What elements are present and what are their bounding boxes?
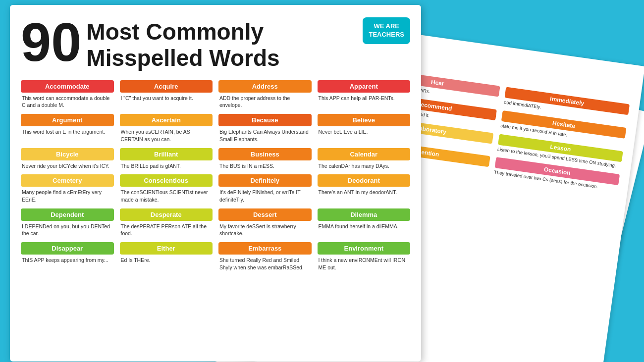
word-desc: My favorite deSSert is strawberry shortc… [218,223,312,237]
word-label: Dilemma [318,208,411,221]
word-card: DefinitelyIt's deFINitely FINished, or w… [218,174,312,203]
word-card: DessertMy favorite deSSert is strawberry… [218,208,312,237]
word-label: Acquire [120,80,213,93]
word-desc: ThIS APP keeps appearing from my... [21,257,114,264]
word-label: Bicycle [21,148,114,160]
words-grid: AccommodateThis word can accommodate a d… [21,80,410,271]
word-label: Definitely [218,174,312,187]
word-card: DeodorantThere's an ANT in my deodorANT. [318,174,411,203]
word-card: CalendarThe calenDAr has many DAys. [318,148,411,170]
word-label: Deodorant [318,174,411,187]
word-card: CemeteryMany people find a cEmEtEry very… [21,174,114,203]
word-label: Ascertain [120,114,213,126]
wat-badge: WE ARETEACHERS [363,17,410,44]
word-card: DisappearThIS APP keeps appearing from m… [21,242,114,271]
word-label: Disappear [21,242,114,255]
word-desc: I "C" that you want to acquire it. [120,95,213,102]
word-label: Cemetery [21,174,114,187]
word-desc: The desPERATE PERson ATE all the food. [120,223,213,237]
header-title: Most CommonlyMisspelled Words [86,19,358,71]
word-label: Because [218,114,312,126]
word-desc: This word can accommodate a double C and… [21,95,114,109]
word-card: EnvironmentI think a new enviRONMEnt wil… [318,242,411,271]
word-label: Dessert [218,208,312,221]
word-desc: It's deFINitely FINished, or wrITe IT de… [218,189,312,203]
word-card: BicycleNever ride your bICYcle when it's… [21,148,114,170]
word-desc: Never ride your bICYcle when it's ICY. [21,162,114,170]
main-page: 90 Most CommonlyMisspelled Words WE ARET… [10,5,421,362]
word-desc: Big Elephants Can Always Understand Smal… [218,128,312,143]
header-number: 90 [21,15,81,69]
word-card: DesperateThe desPERATE PERson ATE all th… [120,208,213,237]
word-desc: When you asCERTAIN, be AS CERTAIN as you… [120,128,213,143]
word-label: Dependent [21,208,114,221]
word-card: EitherEd Is THEre. [120,242,213,271]
word-label: Conscientious [120,174,213,187]
word-card: AscertainWhen you asCERTAIN, be AS CERTA… [120,114,213,143]
word-card: EmbarrassShe turned Really Red and Smile… [218,242,312,271]
word-desc: This APP can help all PAR-ENTs. [318,95,411,102]
word-desc: EMMA found herself in a dilEMMA. [318,223,411,230]
word-card: DilemmaEMMA found herself in a dilEMMA. [318,208,411,237]
word-desc: Never beLIEve a LIE. [318,128,411,136]
word-label: Apparent [318,80,411,93]
word-label: Calendar [318,148,411,160]
word-label: Embarrass [218,242,312,255]
word-desc: Many people find a cEmEtEry very EEriE. [21,189,114,203]
word-label: Argument [21,114,114,126]
word-card: BrilliantThe BRILLo pad is gIANT. [120,148,213,170]
word-label: Brilliant [120,148,213,160]
word-label: Believe [318,114,411,126]
word-desc: ADD the proper address to the envelope. [218,95,312,109]
word-card: ApparentThis APP can help all PAR-ENTs. [318,80,411,109]
word-card: AddressADD the proper address to the env… [218,80,312,109]
word-card: ArgumentThis word lost an E in the argum… [21,114,114,143]
word-label: Environment [318,242,411,255]
header: 90 Most CommonlyMisspelled Words WE ARET… [21,15,410,71]
word-desc: This word lost an E in the argument. [21,128,114,136]
word-card: ConscientiousThe conSCIENTious SCIENTist… [120,174,213,203]
word-desc: The conSCIENTious SCIENTist never made a… [120,189,213,203]
word-desc: The calenDAr has many DAys. [318,162,411,170]
word-label: Either [120,242,213,255]
word-desc: The BRILLo pad is gIANT. [120,162,213,170]
word-label: Desperate [120,208,213,221]
word-label: Business [218,148,312,160]
word-label: Accommodate [21,80,114,93]
word-card: AcquireI "C" that you want to acquire it… [120,80,213,109]
word-desc: I think a new enviRONMEnt will IRON ME o… [318,257,411,271]
word-label: Address [218,80,312,93]
word-card: AccommodateThis word can accommodate a d… [21,80,114,109]
word-card: BusinessThe BUS is IN a mESS. [218,148,312,170]
word-card: DependentI DEPENDed on you, but you DENT… [21,208,114,237]
word-desc: Ed Is THEre. [120,257,213,264]
word-card: BecauseBig Elephants Can Always Understa… [218,114,312,143]
word-desc: There's an ANT in my deodorANT. [318,189,411,196]
word-desc: She turned Really Red and Smiled Shyly w… [218,257,312,271]
word-desc: The BUS is IN a mESS. [218,162,312,170]
word-desc: I DEPENDed on you, but you DENTed the ca… [21,223,114,237]
word-card: BelieveNever beLIEve a LIE. [318,114,411,143]
